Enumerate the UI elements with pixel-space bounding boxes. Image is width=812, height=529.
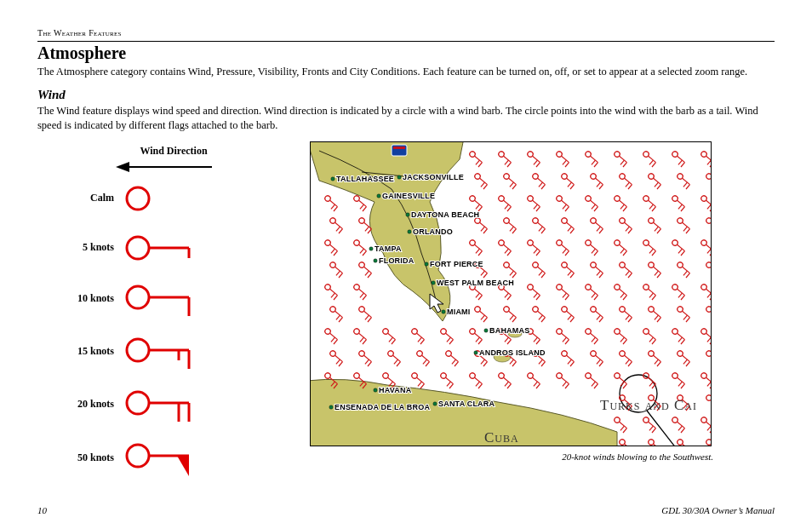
legend-title: Wind Direction xyxy=(89,145,259,158)
svg-point-581 xyxy=(377,193,380,197)
svg-line-217 xyxy=(623,250,626,255)
svg-line-422 xyxy=(336,359,340,364)
svg-line-189 xyxy=(334,250,337,255)
svg-line-38 xyxy=(534,160,537,164)
svg-line-82 xyxy=(597,182,600,187)
svg-line-558 xyxy=(678,426,682,430)
legend-label: Calm xyxy=(61,192,114,204)
svg-line-198 xyxy=(476,249,479,253)
svg-point-590 xyxy=(474,350,477,354)
legend-item-10kt: 10 knots xyxy=(123,282,259,316)
svg-line-350 xyxy=(626,315,629,319)
svg-line-426 xyxy=(365,359,369,364)
svg-line-406 xyxy=(620,337,624,342)
svg-line-94 xyxy=(683,182,687,187)
svg-line-561 xyxy=(710,428,712,432)
svg-line-413 xyxy=(681,339,684,343)
svg-line-334 xyxy=(510,315,513,319)
svg-line-165 xyxy=(570,228,574,233)
svg-line-201 xyxy=(507,250,511,255)
svg-line-169 xyxy=(599,228,603,233)
wind-barb-calm-icon xyxy=(123,183,199,214)
svg-line-174 xyxy=(626,227,629,231)
svg-line-489 xyxy=(420,383,424,388)
svg-line-466 xyxy=(655,359,658,364)
svg-line-338 xyxy=(539,315,542,319)
svg-point-579 xyxy=(331,176,335,180)
svg-line-425 xyxy=(368,361,371,365)
svg-line-385 xyxy=(478,339,482,343)
svg-point-583 xyxy=(408,229,411,233)
svg-point-592 xyxy=(329,405,333,408)
svg-line-230 xyxy=(707,249,711,253)
svg-line-272 xyxy=(711,267,712,273)
svg-line-281 xyxy=(363,295,366,299)
svg-line-305 xyxy=(623,295,626,299)
svg-line-117 xyxy=(536,206,540,210)
svg-line-122 xyxy=(563,204,566,209)
svg-line-246 xyxy=(510,271,513,275)
svg-line-65 xyxy=(483,184,487,188)
svg-line-269 xyxy=(686,273,689,277)
svg-line-505 xyxy=(536,383,540,388)
svg-line-205 xyxy=(536,250,540,255)
svg-line-497 xyxy=(478,383,482,388)
svg-line-126 xyxy=(592,204,595,209)
section-header-text: The Weather Features xyxy=(37,28,122,37)
svg-line-366 xyxy=(331,337,335,342)
legend-item-50kt: 50 knots xyxy=(123,440,259,476)
svg-line-506 xyxy=(534,382,537,386)
svg-line-393 xyxy=(536,339,540,343)
svg-line-397 xyxy=(565,339,569,343)
svg-line-181 xyxy=(686,228,689,233)
svg-line-54 xyxy=(649,160,653,164)
svg-line-73 xyxy=(541,184,545,188)
svg-point-593 xyxy=(433,401,437,405)
svg-line-441 xyxy=(483,361,487,365)
svg-line-337 xyxy=(541,317,545,321)
svg-point-471 xyxy=(705,349,712,357)
wind-direction-arrow-icon xyxy=(114,159,216,175)
svg-line-457 xyxy=(599,361,603,365)
svg-line-501 xyxy=(507,383,511,388)
svg-line-449 xyxy=(541,361,545,365)
svg-line-345 xyxy=(599,317,603,321)
svg-line-53 xyxy=(652,162,655,166)
svg-line-378 xyxy=(418,337,421,342)
svg-line-410 xyxy=(649,337,653,342)
svg-line-206 xyxy=(534,249,537,253)
svg-line-325 xyxy=(368,317,371,321)
section-header: The Weather Features xyxy=(37,24,775,42)
svg-line-346 xyxy=(597,315,600,319)
svg-line-381 xyxy=(449,339,453,343)
legend-item-20kt: 20 knots xyxy=(123,388,259,422)
wind-map: TALLAHASSEEJACKSONVILLEGAINESVILLEDAYTON… xyxy=(310,141,712,446)
svg-line-353 xyxy=(657,317,660,321)
svg-line-434 xyxy=(423,359,426,364)
svg-point-13 xyxy=(127,392,149,414)
svg-line-285 xyxy=(478,295,482,299)
svg-line-33 xyxy=(507,162,511,166)
svg-line-42 xyxy=(563,160,566,164)
svg-line-402 xyxy=(592,337,595,342)
svg-line-370 xyxy=(360,337,363,342)
svg-line-193 xyxy=(363,250,366,255)
svg-line-90 xyxy=(655,182,658,187)
city-label: GAINESVILLE xyxy=(382,192,435,200)
svg-line-564 xyxy=(624,444,632,446)
content-row: Wind Direction Calm 5 knots 10 knots xyxy=(37,141,775,495)
svg-line-37 xyxy=(536,162,540,166)
legend-item-15kt: 15 knots xyxy=(123,335,259,369)
svg-line-329 xyxy=(483,317,487,321)
svg-point-591 xyxy=(374,388,377,391)
svg-line-110 xyxy=(476,204,479,209)
region-label: Cuba xyxy=(484,429,519,446)
svg-line-209 xyxy=(565,250,569,255)
city-label: ANDROS ISLAND xyxy=(479,348,546,357)
svg-line-102 xyxy=(331,204,335,209)
svg-line-557 xyxy=(681,428,684,432)
svg-line-282 xyxy=(360,293,363,297)
svg-line-290 xyxy=(505,293,508,297)
city-label: BAHAMAS xyxy=(489,326,529,335)
svg-line-514 xyxy=(592,382,595,386)
